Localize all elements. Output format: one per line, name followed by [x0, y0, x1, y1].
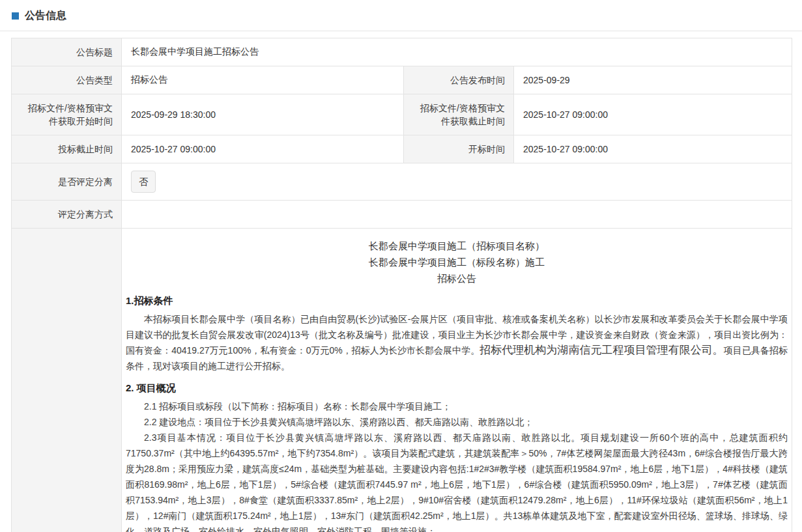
doc-title-line-2: 长郡会展中学项目施工（标段名称）施工 — [126, 254, 788, 270]
table-row: 长郡会展中学项目施工（招标项目名称） 长郡会展中学项目施工（标段名称）施工 招标… — [12, 229, 792, 532]
section-marker-icon — [12, 12, 19, 20]
section1-heading: 1.招标条件 — [126, 295, 788, 307]
publish-time-value: 2025-09-29 — [514, 66, 792, 94]
bid-opening-time-label: 开标时间 — [404, 135, 514, 163]
section1-paragraph: 本招标项目长郡会展中学（项目名称）已由自由贸易(长沙)试验区-会展片区（项目审批… — [126, 311, 788, 374]
doc-obtain-start-value: 2025-09-29 18:30:00 — [122, 94, 404, 135]
table-row: 评定分离方式 — [12, 201, 792, 229]
eval-separation-no-button[interactable]: 否 — [131, 171, 156, 193]
table-row: 公告类型 招标公告 公告发布时间 2025-09-29 — [12, 66, 792, 94]
announcement-type-label: 公告类型 — [12, 66, 122, 94]
section2-item-2-2: 2.2 建设地点：项目位于长沙县黄兴镇高塘坪路以东、溪府路以西、都天庙路以南、敢… — [126, 414, 788, 430]
doc-title-line-1: 长郡会展中学项目施工（招标项目名称） — [126, 238, 788, 254]
doc-obtain-end-value: 2025-10-27 09:00:00 — [514, 94, 792, 135]
eval-separation-label: 是否评定分离 — [12, 163, 122, 201]
eval-separation-cell: 否 — [122, 163, 792, 201]
doc-obtain-end-label: 招标文件/资格预审文件获取截止时间 — [404, 94, 514, 135]
table-row: 公告标题 长郡会展中学项目施工招标公告 — [12, 38, 792, 66]
announcement-title-label: 公告标题 — [12, 38, 122, 66]
doc-obtain-start-label: 招标文件/资格预审文件获取开始时间 — [12, 94, 122, 135]
eval-separation-method-value — [122, 201, 792, 229]
announcement-info-table: 公告标题 长郡会展中学项目施工招标公告 公告类型 招标公告 公告发布时间 202… — [11, 38, 792, 532]
bid-opening-time-value: 2025-10-27 09:00:00 — [514, 135, 792, 163]
section2-heading: 2. 项目概况 — [126, 382, 788, 395]
content-row-label — [12, 229, 122, 532]
bid-deadline-label: 投标截止时间 — [12, 135, 122, 163]
announcement-title-value: 长郡会展中学项目施工招标公告 — [122, 38, 792, 66]
agency-name-text: 招标代理机构为湖南信元工程项目管理有限公司。 — [480, 344, 724, 356]
announcement-content: 长郡会展中学项目施工（招标项目名称） 长郡会展中学项目施工（标段名称）施工 招标… — [122, 229, 792, 532]
eval-separation-method-label: 评定分离方式 — [12, 201, 122, 229]
announcement-info-header: 公告信息 — [0, 0, 802, 31]
announcement-type-value: 招标公告 — [122, 66, 404, 94]
doc-title-line-3: 招标公告 — [126, 270, 788, 287]
publish-time-label: 公告发布时间 — [404, 66, 514, 94]
section2-item-2-1: 2.1 招标项目或标段（以下简称：招标项目）名称：长郡会展中学项目施工； — [126, 399, 788, 414]
table-row: 投标截止时间 2025-10-27 09:00:00 开标时间 2025-10-… — [12, 135, 792, 163]
page-title: 公告信息 — [25, 9, 66, 23]
table-row: 是否评定分离 否 — [12, 163, 792, 201]
table-row: 招标文件/资格预审文件获取开始时间 2025-09-29 18:30:00 招标… — [12, 94, 792, 135]
bid-deadline-value: 2025-10-27 09:00:00 — [122, 135, 404, 163]
section2-item-2-3: 2.3项目基本情况：项目位于长沙县黄兴镇高塘坪路以东、溪府路以西、都天庙路以南、… — [126, 430, 788, 532]
